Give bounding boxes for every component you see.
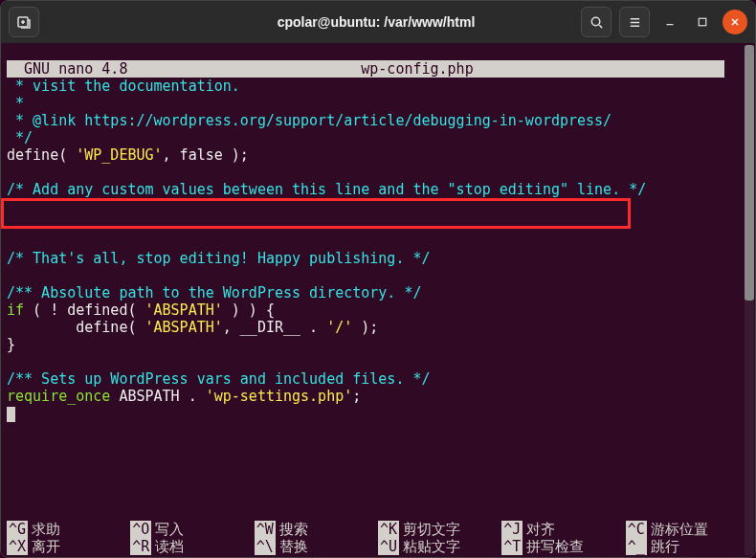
code-line: * (7, 95, 24, 112)
help-key: ^C (626, 521, 647, 538)
code-line: /* That's all, stop editing! Happy publi… (7, 250, 431, 267)
scrollbar[interactable] (745, 45, 754, 555)
search-button[interactable] (581, 7, 611, 37)
help-key: ^G (7, 521, 28, 538)
help-key: ^X (7, 538, 28, 555)
code-line: define( 'WP_DEBUG', false ); (7, 146, 249, 164)
help-label: 读档 (155, 538, 184, 555)
terminal-area[interactable]: GNU nano 4.8 wp-config.php * visit the d… (1, 43, 755, 557)
nano-help-bar: ^G求助 ^O写入 ^W搜索 ^K剪切文字 ^J对齐 ^C游标位置 ^X离开 ^… (7, 521, 749, 555)
help-key: ^\ (255, 538, 276, 555)
window-title: cpolar@ubuntu: /var/www/html (171, 14, 581, 30)
help-key: ^W (255, 521, 276, 538)
code-line: */ (7, 129, 33, 146)
help-key: ^T (501, 538, 523, 555)
text-cursor (7, 407, 15, 422)
close-button[interactable] (723, 10, 747, 34)
help-label: 剪切文字 (403, 521, 460, 538)
help-key: ^O (130, 521, 151, 538)
new-tab-button[interactable] (9, 7, 39, 37)
svg-rect-2 (699, 18, 706, 26)
code-line: define( 'ABSPATH', __DIR__ . '/' ); (7, 319, 378, 336)
hamburger-menu-button[interactable] (619, 7, 650, 37)
help-label: 替换 (279, 538, 308, 555)
help-key: ^R (130, 538, 151, 555)
help-label: 游标位置 (651, 521, 708, 538)
code-line: require_once ABSPATH . 'wp-settings.php'… (7, 388, 361, 405)
code-line: /** Absolute path to the WordPress direc… (7, 284, 421, 301)
annotation-highlight-box (1, 198, 631, 229)
nano-header-left: GNU nano 4.8 (7, 60, 127, 78)
help-label: 粘贴文字 (403, 538, 460, 555)
help-label: 求助 (32, 521, 60, 538)
svg-point-1 (591, 17, 599, 25)
help-key: ^K (378, 521, 399, 538)
help-key: ^_ (626, 538, 647, 555)
nano-header-filename: wp-config.php (361, 60, 473, 78)
help-label: 写入 (155, 521, 184, 538)
code-line: if ( ! defined( 'ABSPATH' ) ) { (7, 301, 275, 319)
code-line: * visit the documentation. (7, 78, 240, 95)
help-label: 搜索 (279, 521, 308, 538)
code-line: * @link https://wordpress.org/support/ar… (7, 112, 611, 129)
help-label: 跳行 (651, 538, 679, 555)
help-label: 离开 (32, 538, 60, 555)
maximize-button[interactable] (690, 10, 715, 34)
window-titlebar: cpolar@ubuntu: /var/www/html (1, 1, 755, 43)
help-label: 拼写检查 (526, 538, 584, 555)
help-label: 对齐 (526, 521, 555, 538)
code-line: } (7, 336, 15, 353)
help-key: ^U (378, 538, 399, 555)
scrollbar-thumb[interactable] (745, 45, 754, 301)
help-key: ^J (501, 521, 523, 538)
code-line: /** Sets up WordPress vars and included … (7, 370, 431, 388)
minimize-button[interactable] (657, 10, 682, 34)
code-line: /* Add any custom values between this li… (7, 181, 646, 198)
